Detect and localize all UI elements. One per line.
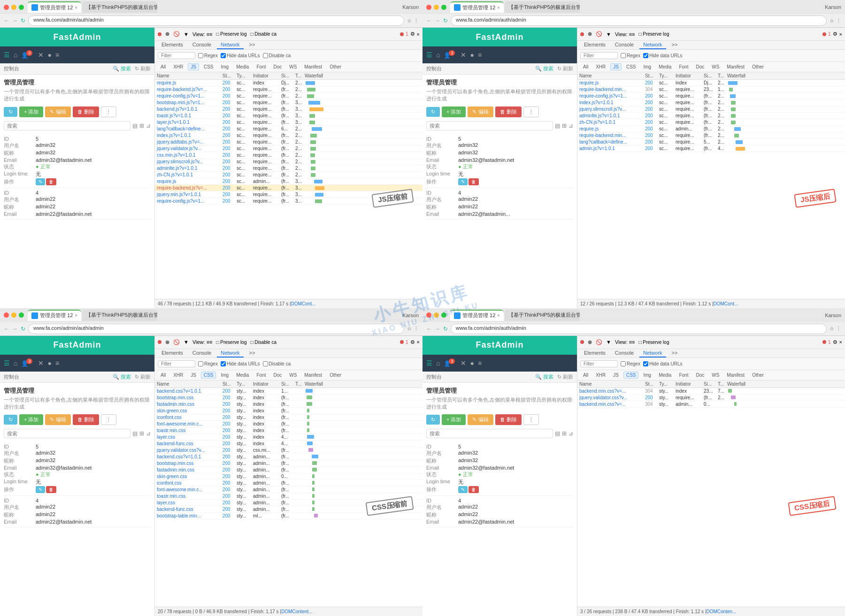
- network-row-tl[interactable]: require-config.js?v=1...200sc...require.…: [155, 93, 422, 99]
- network-row-tr[interactable]: lang?callback=define...200sc...require..…: [577, 139, 845, 145]
- dt-close-bl[interactable]: ×: [417, 339, 420, 345]
- dt-settings-tr[interactable]: ⚙: [833, 31, 837, 37]
- type-img-bl[interactable]: Img: [218, 372, 231, 379]
- menu-icon-tr[interactable]: ⋮: [836, 18, 841, 24]
- network-row-tl[interactable]: css.min.js?v=1.0.1200sc...require...(fr.…: [155, 152, 422, 159]
- network-row-tl[interactable]: backend.js?v=1.0.1200sc...require...(fr.…: [155, 106, 422, 113]
- type-media-tr[interactable]: Media: [656, 63, 674, 70]
- filter-input-br[interactable]: [580, 360, 618, 367]
- network-row-tl[interactable]: jquery.addtabs.js?v=...200sc...require..…: [155, 139, 422, 145]
- menu-icon-bl[interactable]: ⋮: [414, 326, 419, 332]
- devtools-record-dot-tl[interactable]: [158, 32, 161, 36]
- type-css-br[interactable]: CSS: [623, 372, 639, 379]
- tab1-close-tl[interactable]: ×: [75, 5, 77, 10]
- dt-tab-console-tr[interactable]: Console: [611, 41, 638, 49]
- regex-cb-br[interactable]: Regex: [621, 361, 640, 366]
- add-btn-br[interactable]: + 添加: [442, 414, 466, 425]
- hidedata-cb-bl[interactable]: Hide data URLs: [221, 361, 260, 366]
- type-manifest-tr[interactable]: Manifest: [724, 63, 747, 70]
- edit-btn-br[interactable]: ✎ 编辑: [468, 414, 493, 425]
- network-table-bl[interactable]: NameSt...Ty...InitiatorSi...T...Waterfal…: [155, 380, 422, 607]
- list-view-br[interactable]: ▤: [555, 430, 560, 437]
- dt-tab-more-tr[interactable]: >>: [668, 41, 682, 49]
- refresh-btn-tr[interactable]: ↻: [443, 17, 448, 24]
- minimize-btn-br[interactable]: [434, 312, 439, 318]
- network-row-tr[interactable]: require.js200sc...indexDj...2...: [577, 80, 845, 86]
- refresh-action-tr[interactable]: ↻: [426, 107, 440, 117]
- nav-dash-bl[interactable]: ⌂: [14, 359, 17, 367]
- row0-del-tr[interactable]: 🗑: [469, 178, 479, 185]
- type-xhr-bl[interactable]: XHR: [170, 372, 186, 379]
- network-row-bl[interactable]: backend.css?v=1.0.1200sty...admin...(fr.…: [155, 454, 422, 460]
- type-media-br[interactable]: Media: [656, 372, 674, 379]
- refresh-btn-bl[interactable]: ↻: [21, 326, 25, 332]
- del-btn-br[interactable]: 🗑 删除: [495, 414, 522, 425]
- network-row-tl[interactable]: bootstrap.min.js?v=1...200sc...require..…: [155, 99, 422, 106]
- dt-tab-network-br[interactable]: Network: [639, 349, 666, 357]
- filter-input-tl[interactable]: [158, 52, 195, 59]
- devtools-clear-bl[interactable]: 🚫: [173, 339, 180, 345]
- tab-thinkphp-br[interactable]: 【基于ThinkPHP5的极速后台管... ×: [505, 310, 580, 321]
- search-input-tl[interactable]: [4, 121, 131, 130]
- network-row-bl[interactable]: bootstrap.min.css200sty...index(fr...: [155, 395, 422, 401]
- dt-tab-more-bl[interactable]: >>: [246, 349, 259, 357]
- network-table-tr[interactable]: NameSt...Ty...InitiatorSi...T...Waterfal…: [577, 72, 845, 299]
- tab-admin-tr[interactable]: 管理员管理 12 ×: [450, 1, 504, 13]
- type-js-tl[interactable]: JS: [188, 63, 199, 70]
- network-table-br[interactable]: NameSt...Ty...InitiatorSi...T...Waterfal…: [577, 380, 845, 607]
- menu-icon-tl[interactable]: ⋮: [414, 18, 419, 24]
- type-doc-tl[interactable]: Doc: [270, 63, 284, 70]
- network-row-bl[interactable]: toastr.min.css200sty...index(fr...: [155, 427, 422, 434]
- type-js-br[interactable]: JS: [610, 372, 622, 379]
- network-row-tl[interactable]: require-backend.js?v=...200sc...require.…: [155, 185, 422, 191]
- type-other-br[interactable]: Other: [749, 372, 767, 379]
- del-btn-tr[interactable]: 🗑 删除: [495, 106, 522, 117]
- edit-btn-tr[interactable]: ✎ 编辑: [468, 106, 493, 117]
- devtools-view-bl[interactable]: View: ≡≡: [192, 339, 213, 345]
- more-btn-tr[interactable]: ⋮: [523, 106, 539, 117]
- nav-dash-br[interactable]: ⌂: [436, 359, 440, 367]
- type-js-tr[interactable]: JS: [610, 63, 622, 70]
- address-bar-tl[interactable]: www.fa.com/admin/auth/admin: [28, 15, 404, 26]
- search-input-br[interactable]: [426, 429, 553, 438]
- filter-input-tr[interactable]: [580, 52, 618, 59]
- network-row-tr[interactable]: zh-CN.js?v=1.0.1200sc...require...(fr...…: [577, 119, 845, 126]
- type-img-br[interactable]: Img: [640, 372, 654, 379]
- forward-btn-bl[interactable]: →: [12, 326, 18, 332]
- address-bar-tr[interactable]: www.fa.com/admin/auth/admin: [451, 15, 827, 26]
- dt-close-tl[interactable]: ×: [417, 31, 420, 37]
- type-ws-bl[interactable]: WS: [286, 372, 300, 379]
- network-row-tl[interactable]: adminlte.js?v=1.0.1200sc...require...(fr…: [155, 165, 422, 172]
- tab-thinkphp-tl[interactable]: 【基于ThinkPHP5的极速后台管... ×: [82, 1, 157, 13]
- nav-home-tr[interactable]: ☰: [426, 51, 432, 59]
- network-row-br[interactable]: backend.min.css?v=...304sty...admin...0.…: [577, 401, 845, 408]
- devtools-view-tl[interactable]: View: ≡≡: [192, 31, 213, 37]
- regex-cb-tr[interactable]: Regex: [621, 53, 640, 58]
- network-row-tr[interactable]: require-backend.min...304sc...require...…: [577, 86, 845, 93]
- devtools-record-dot-tr[interactable]: [580, 32, 584, 36]
- tab-admin-br[interactable]: 管理员管理 12 ×: [450, 310, 504, 321]
- nav-user2-tr[interactable]: ●: [470, 51, 474, 59]
- minimize-btn-tl[interactable]: [11, 5, 16, 10]
- type-font-br[interactable]: Font: [676, 372, 691, 379]
- dt-close-br[interactable]: ×: [839, 339, 842, 345]
- nav-user-bl[interactable]: ●: [47, 359, 51, 367]
- network-row-tl[interactable]: toastr.js?v=1.0.1200sc...require...(fr..…: [155, 113, 422, 119]
- forward-btn-br[interactable]: →: [435, 326, 440, 332]
- dt-tab-more-br[interactable]: >>: [668, 349, 682, 357]
- row0-del-bl[interactable]: 🗑: [46, 486, 56, 493]
- nav-more2-tr[interactable]: ≡: [478, 51, 482, 59]
- network-row-bl[interactable]: layer.css200sty...index4...: [155, 434, 422, 441]
- maximize-btn-tl[interactable]: [19, 5, 24, 10]
- dt-tab-elements-bl[interactable]: Elements: [158, 349, 187, 357]
- maximize-btn-bl[interactable]: [19, 312, 24, 318]
- maximize-btn-tr[interactable]: [441, 5, 446, 10]
- type-xhr-br[interactable]: XHR: [593, 372, 608, 379]
- type-doc-br[interactable]: Doc: [693, 372, 707, 379]
- type-all-tl[interactable]: All: [158, 63, 169, 70]
- dt-settings-bl[interactable]: ⚙: [410, 339, 415, 345]
- refresh-btn-tl[interactable]: ↻: [21, 17, 25, 24]
- network-row-bl[interactable]: iconfont.css200sty...admin...(fr...: [155, 480, 422, 487]
- hidedata-cb-br[interactable]: Hide data URLs: [643, 361, 683, 366]
- tab1-close-tr[interactable]: ×: [497, 5, 500, 10]
